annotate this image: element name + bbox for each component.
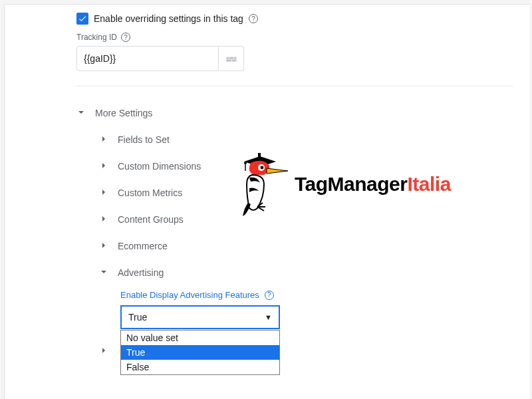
chevron-right-icon	[100, 347, 108, 355]
tracking-id-input[interactable]: {{gaID}}	[76, 46, 219, 71]
chevron-right-icon	[100, 189, 108, 197]
chevron-right-icon	[100, 215, 108, 223]
override-settings-label: Enable overriding settings in this tag	[94, 13, 243, 24]
brick-icon	[225, 53, 237, 65]
settings-tree: More Settings Fields to Set Custom Dimen…	[5, 86, 529, 399]
caret-down-icon: ▼	[265, 313, 272, 321]
tree-item-label: Content Groups	[118, 214, 184, 225]
variable-picker-button[interactable]	[219, 46, 244, 71]
tracking-id-label: Tracking ID	[76, 33, 117, 42]
tree-item-label: Custom Metrics	[118, 188, 182, 198]
ecommerce-expander[interactable]: Ecommerce	[100, 233, 529, 259]
chevron-right-icon	[100, 136, 108, 144]
advertising-expander[interactable]: Advertising	[100, 259, 529, 286]
tree-item-label: Fields to Set	[118, 134, 170, 145]
help-icon[interactable]: ?	[265, 291, 274, 300]
chevron-down-icon	[100, 269, 108, 277]
display-advertising-label: Enable Display Advertising Features	[120, 290, 259, 300]
custom-metrics-expander[interactable]: Custom Metrics	[100, 180, 529, 206]
tag-config-card: Enable overriding settings in this tag ?…	[4, 4, 529, 399]
tree-item-label: Ecommerce	[118, 241, 168, 251]
more-settings-label: More Settings	[95, 108, 152, 118]
help-icon[interactable]: ?	[121, 33, 130, 42]
chevron-right-icon	[100, 242, 108, 250]
check-icon	[78, 14, 87, 23]
advertising-label: Advertising	[118, 267, 164, 278]
tree-item-label: Custom Dimensions	[118, 161, 201, 172]
tracking-id-value: {{gaID}}	[84, 53, 116, 64]
help-icon[interactable]: ?	[249, 14, 258, 23]
chevron-down-icon	[78, 109, 86, 117]
chevron-right-icon	[100, 162, 108, 170]
override-settings-checkbox[interactable]	[76, 13, 88, 25]
display-advertising-select[interactable]: True ▼	[120, 305, 280, 329]
content-groups-expander[interactable]: Content Groups	[100, 206, 529, 233]
more-settings-expander[interactable]: More Settings	[78, 100, 529, 126]
select-value: True	[128, 312, 147, 323]
fields-to-set-expander[interactable]: Fields to Set	[100, 126, 529, 153]
custom-dimensions-expander[interactable]: Custom Dimensions	[100, 153, 529, 180]
